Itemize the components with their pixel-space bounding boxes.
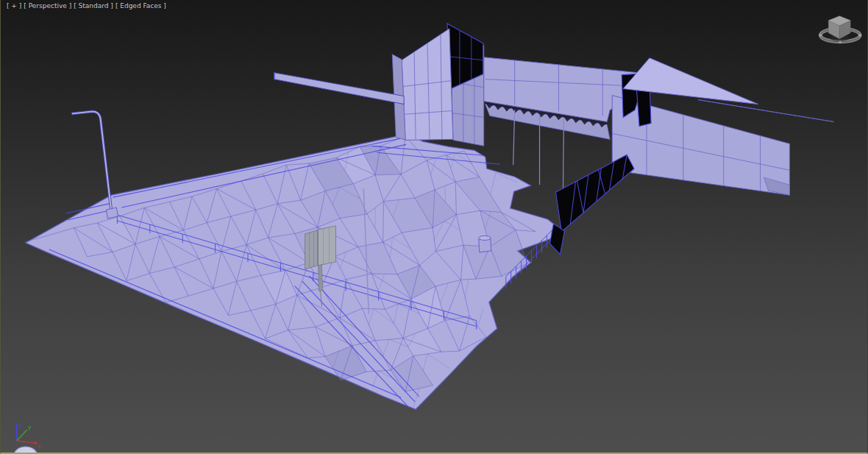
- y-axis-label: y: [28, 424, 32, 430]
- viewport-canvas[interactable]: z y x: [1, 0, 867, 453]
- ring-tick-east[interactable]: [858, 34, 861, 37]
- bollard-cylinder: [479, 235, 491, 252]
- 3d-viewport[interactable]: [ + ] [ Perspective ] [ Standard ] [ Edg…: [0, 0, 868, 454]
- y-axis: [17, 430, 27, 441]
- viewport-menu-pov[interactable]: [ Perspective ]: [24, 2, 71, 10]
- viewport-menu-style[interactable]: [ Edged Faces ]: [115, 2, 166, 10]
- axis-gizmo: z y x: [17, 422, 41, 450]
- ramp-structure: [549, 155, 634, 255]
- viewport-label: [ + ] [ Perspective ] [ Standard ] [ Edg…: [7, 2, 166, 10]
- x-axis-label: x: [38, 443, 41, 450]
- view-cube[interactable]: [819, 16, 861, 43]
- ring-tick-west[interactable]: [819, 34, 822, 37]
- x-axis: [17, 441, 35, 443]
- viewport-menu-shading[interactable]: [ Standard ]: [74, 2, 113, 10]
- viewport-menu-general[interactable]: [ + ]: [7, 2, 21, 10]
- street-lamp: [72, 112, 118, 219]
- left-bridge-beam: [274, 72, 404, 104]
- tower-structure: [392, 24, 484, 146]
- z-axis-label: z: [19, 422, 22, 428]
- ground-dome: [14, 447, 38, 453]
